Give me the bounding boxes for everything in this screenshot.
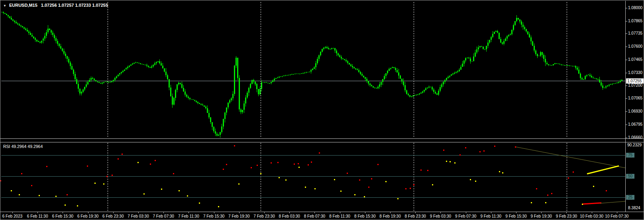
candlestick-series xyxy=(1,12,622,138)
rsi-level-lines xyxy=(1,156,625,198)
rsi-buy-signal-markers xyxy=(11,161,594,207)
rsi-axis-min-label: 8.3824 xyxy=(628,206,640,210)
price-axis-label: 1.06660 xyxy=(628,135,642,140)
chart-window: ▼EURUSD,M151.07256 1.07257 1.07233 1.072… xyxy=(0,0,644,220)
rsi-indicator-label: RSI 49.2964 49.2964 xyxy=(3,144,43,149)
price-axis-label: 1.07865 xyxy=(628,19,642,23)
price-axis-label: 1.07735 xyxy=(628,31,642,36)
symbol-period-title: EURUSD,M15 xyxy=(9,3,37,8)
price-axis-label: 1.07065 xyxy=(628,96,642,101)
collapse-chevron-icon[interactable]: ▼ xyxy=(3,4,6,8)
time-axis-label: 10 Feb 07:30 xyxy=(598,214,636,219)
price-axis-label: 1.07465 xyxy=(628,57,642,62)
rsi-axis-max-label: 90.2329 xyxy=(627,143,642,148)
ohlc-quotes: 1.07256 1.07257 1.07233 1.07255 xyxy=(41,3,108,8)
rsi-sell-signal-markers xyxy=(0,145,607,196)
price-axis-label: 1.06930 xyxy=(628,109,642,114)
axis-tick-marks xyxy=(13,8,628,214)
price-axis-label: 1.08000 xyxy=(628,6,642,10)
panel-borders xyxy=(0,1,644,212)
price-axis-label: 1.07600 xyxy=(628,44,642,49)
price-axis-label: 1.06795 xyxy=(628,122,642,127)
price-chart-canvas[interactable] xyxy=(0,0,644,220)
rsi-level-badge: 75 xyxy=(626,153,634,158)
rsi-level-badge: 50 xyxy=(626,174,634,179)
current-price-tag: 1.07255 xyxy=(626,78,644,84)
price-axis-label: 1.07200 xyxy=(628,83,642,88)
chart-header: ▼EURUSD,M151.07256 1.07257 1.07233 1.072… xyxy=(3,3,108,8)
price-axis-label: 1.07330 xyxy=(628,70,642,75)
rsi-level-badge: 25 xyxy=(626,195,634,200)
period-separator-lines xyxy=(108,2,567,211)
